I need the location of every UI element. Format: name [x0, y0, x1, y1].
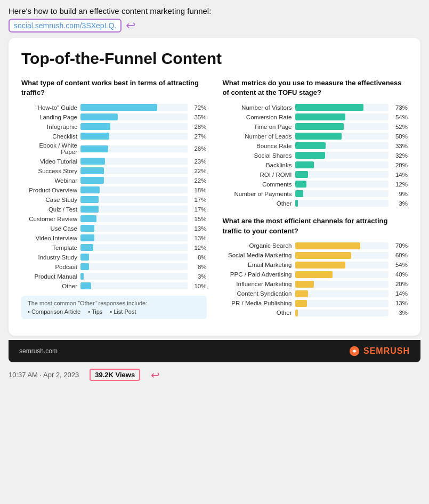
bar-percentage: 70% [392, 242, 408, 249]
bar-track [295, 190, 389, 197]
bar-fill [295, 310, 298, 316]
bar-percentage: 3% [191, 273, 207, 280]
bar-percentage: 22% [191, 177, 207, 184]
bar-fill [80, 113, 118, 120]
bar-row: Infographic28% [21, 123, 207, 130]
bar-fill [80, 225, 94, 232]
bar-fill [80, 133, 109, 140]
footnote-box: The most common "Other" responses includ… [21, 296, 207, 319]
bar-percentage: 50% [392, 133, 408, 140]
bar-percentage: 15% [191, 216, 207, 222]
bar-percentage: 17% [191, 206, 207, 213]
bar-track [295, 300, 389, 307]
bar-track [295, 200, 389, 207]
bar-label: Video Tutorial [21, 158, 77, 165]
bar-track [80, 282, 188, 289]
footnote-bullet: Comparison Article [28, 308, 80, 315]
bar-row: Organic Search70% [223, 242, 408, 249]
left-column: What type of content works best in terms… [21, 78, 207, 326]
bar-fill [80, 263, 89, 270]
bar-fill [80, 167, 104, 174]
bar-fill [295, 242, 361, 249]
bar-row: PR / Media Publishing13% [223, 300, 408, 307]
bar-percentage: 10% [191, 283, 207, 289]
bar-percentage: 12% [392, 181, 408, 188]
bar-percentage: 13% [191, 235, 207, 241]
bar-row: Other3% [223, 310, 408, 316]
bar-track [295, 133, 389, 140]
bar-percentage: 9% [392, 191, 408, 197]
bar-track [295, 104, 389, 111]
bar-row: Other10% [21, 282, 207, 289]
brand-name: SEMRUSH [363, 346, 410, 356]
bar-track [80, 158, 188, 165]
bar-fill [80, 158, 105, 165]
bar-track [80, 186, 188, 193]
bar-percentage: 3% [392, 200, 408, 207]
bar-row: Time on Page52% [223, 123, 408, 130]
arrow-icon: ↩ [126, 19, 135, 32]
bar-row: Use Case13% [21, 225, 207, 232]
bar-label: Other [223, 310, 292, 316]
card-title: Top-of-the-Funnel Content [21, 50, 408, 68]
bar-percentage: 3% [392, 310, 408, 316]
bar-fill [295, 281, 314, 288]
bar-track [295, 161, 389, 168]
bar-percentage: 13% [392, 300, 408, 306]
bar-track [80, 133, 188, 140]
bar-row: Other3% [223, 200, 408, 207]
bar-fill [80, 186, 100, 193]
bar-percentage: 20% [392, 281, 408, 287]
bar-track [295, 181, 389, 188]
bar-label: Organic Search [223, 242, 292, 249]
bar-track [80, 273, 188, 280]
main-card: Top-of-the-Funnel Content What type of c… [9, 38, 420, 336]
bar-fill [295, 200, 298, 207]
bar-percentage: 22% [191, 168, 207, 174]
bar-track [80, 123, 188, 130]
bar-fill [80, 196, 99, 203]
bar-fill [80, 254, 89, 261]
bar-track [295, 171, 389, 178]
bar-label: Social Media Marketing [223, 252, 292, 258]
bar-track [295, 242, 389, 249]
bar-fill [295, 271, 333, 278]
bar-percentage: 35% [191, 114, 207, 120]
bar-fill [80, 104, 157, 111]
bar-fill [295, 181, 306, 188]
bar-row: Number of Payments9% [223, 190, 408, 197]
bar-percentage: 40% [392, 271, 408, 278]
bar-track [295, 142, 389, 149]
bar-row: Email Marketing54% [223, 262, 408, 269]
bar-label: PR / Media Publishing [223, 300, 292, 306]
footnote-bullet: Tips [88, 308, 102, 315]
right-column: What metrics do you use to measure the e… [223, 78, 408, 326]
bar-fill [80, 123, 110, 130]
left-section-title: What type of content works best in terms… [21, 78, 207, 97]
link-box[interactable]: social.semrush.com/3SXepLQ. [9, 19, 122, 32]
bar-row: Bounce Rate33% [223, 142, 408, 149]
bar-label: "How-to" Guide [21, 104, 77, 111]
bar-fill [295, 161, 314, 168]
bar-row: PPC / Paid Advertising40% [223, 271, 408, 278]
bar-percentage: 72% [191, 104, 207, 111]
bar-percentage: 20% [392, 162, 408, 168]
timestamp: 10:37 AM · Apr 2, 2023 [9, 371, 79, 379]
bar-row: Social Shares32% [223, 152, 408, 159]
bar-track [295, 281, 389, 288]
bar-label: Comments [223, 181, 292, 188]
bar-label: Success Story [21, 168, 77, 174]
bar-track [80, 206, 188, 213]
bar-row: Product Overview18% [21, 186, 207, 193]
bar-label: PPC / Paid Advertising [223, 271, 292, 278]
bar-label: Conversion Rate [223, 114, 292, 120]
bar-row: Case Study17% [21, 196, 207, 203]
bar-percentage: 8% [191, 264, 207, 270]
bar-row: Landing Page35% [21, 113, 207, 120]
bar-label: Number of Visitors [223, 104, 292, 111]
bar-label: Time on Page [223, 124, 292, 130]
bar-fill [80, 215, 96, 222]
bar-label: Podcast [21, 264, 77, 270]
bar-track [80, 145, 188, 152]
bar-label: Content Syndication [223, 290, 292, 297]
